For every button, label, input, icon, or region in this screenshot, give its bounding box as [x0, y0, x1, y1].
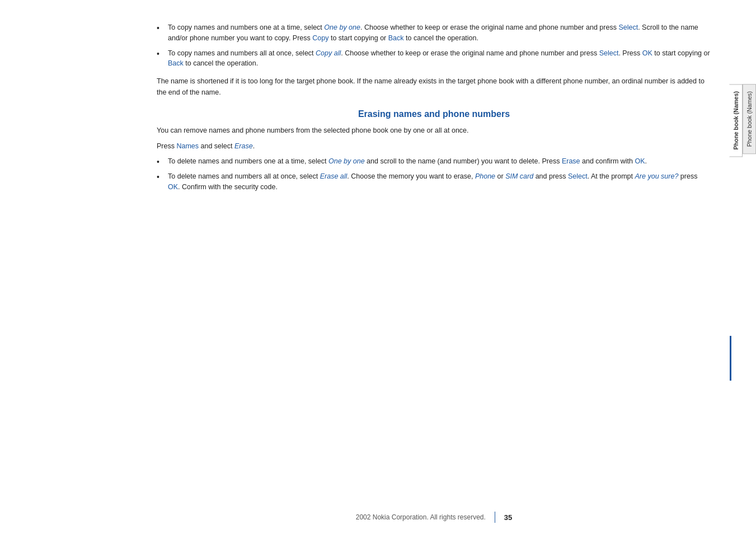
link-ok-1[interactable]: OK [642, 49, 652, 57]
b4-text3: or [495, 172, 505, 180]
bullet-2-text1: To copy names and numbers all at once, s… [168, 49, 316, 57]
footer-page-number: 35 [504, 513, 512, 522]
link-erase[interactable]: Erase [234, 142, 253, 150]
bullet-list-1: To copy names and numbers one at a time,… [157, 22, 711, 69]
bullet-item-1: To copy names and numbers one at a time,… [157, 22, 711, 44]
bullet-2-text4: to start copying or [652, 49, 710, 57]
press-text-after: and select [199, 142, 234, 150]
link-back-2[interactable]: Back [168, 59, 184, 67]
link-erase-2[interactable]: Erase [562, 157, 580, 165]
press-names-text: Press Names and select Erase. [157, 140, 711, 152]
tabs-container: Phone book (Names) Phone book (Names) [729, 84, 756, 157]
bullet-2-text2: . Choose whether to keep or erase the or… [341, 49, 599, 57]
tab-phone-book-names-1[interactable]: Phone book (Names) [729, 84, 743, 157]
link-erase-all[interactable]: Erase all [320, 172, 348, 180]
bullet-item-2: To copy names and numbers all at once, s… [157, 48, 711, 69]
footer: 2002 Nokia Corporation. All rights reser… [145, 512, 722, 523]
link-sim-card[interactable]: SIM card [505, 172, 533, 180]
link-copy[interactable]: Copy [312, 34, 328, 42]
link-select-3[interactable]: Select [568, 172, 588, 180]
link-ok-3[interactable]: OK [168, 183, 178, 191]
b4-text6: press [678, 172, 697, 180]
link-select-1[interactable]: Select [618, 24, 638, 31]
b4-text5: . At the prompt [588, 172, 635, 180]
tab-group-2: Phone book (Names) [743, 84, 756, 154]
b3-text4: . [645, 157, 647, 165]
note-text: The name is shortened if it is too long … [157, 76, 711, 98]
intro-text: You can remove names and phone numbers f… [157, 125, 711, 136]
link-select-2[interactable]: Select [599, 49, 619, 57]
page-container: To copy names and numbers one at a time,… [0, 0, 756, 534]
b4-text1: To delete names and numbers all at once,… [168, 172, 320, 180]
tab-group-1: Phone book (Names) [729, 84, 743, 157]
link-ok-2[interactable]: OK [635, 157, 645, 165]
press-text-end: . [253, 142, 255, 150]
section-heading: Erasing names and phone numbers [157, 109, 711, 119]
tab-phone-book-names-2[interactable]: Phone book (Names) [743, 84, 756, 154]
footer-copyright: 2002 Nokia Corporation. All rights reser… [356, 513, 486, 521]
link-are-you-sure[interactable]: Are you sure? [635, 172, 679, 180]
footer-divider [495, 512, 495, 523]
bullet-1-text4: to start copying or [328, 34, 388, 42]
b3-text2: and scroll to the name (and number) you … [365, 157, 562, 165]
b3-text3: and confirm with [580, 157, 635, 165]
link-copy-all[interactable]: Copy all [316, 49, 341, 57]
link-phone[interactable]: Phone [475, 172, 495, 180]
b4-text4: and press [533, 172, 568, 180]
link-back-1[interactable]: Back [388, 34, 404, 42]
bullet-2-text5: to cancel the operation. [184, 59, 258, 67]
press-text-before: Press [157, 142, 176, 150]
bullet-1-text5: to cancel the operation. [404, 34, 478, 42]
bullet-item-4: To delete names and numbers all at once,… [157, 171, 711, 193]
bullet-item-3: To delete names and numbers one at a tim… [157, 156, 711, 167]
bullet-1-text1: To copy names and numbers one at a time,… [168, 24, 324, 31]
b3-text1: To delete names and numbers one at a tim… [168, 157, 328, 165]
b4-text7: . Confirm with the security code. [178, 183, 278, 191]
link-one-by-one-2[interactable]: One by one [328, 157, 365, 165]
main-content: To copy names and numbers one at a time,… [145, 22, 722, 500]
link-one-by-one[interactable]: One by one [324, 24, 360, 31]
bullet-2-text3: . Press [618, 49, 642, 57]
bullet-list-2: To delete names and numbers one at a tim… [157, 156, 711, 192]
link-names[interactable]: Names [176, 142, 199, 150]
b4-text2: . Choose the memory you want to erase, [347, 172, 475, 180]
blue-bar [730, 336, 731, 381]
bullet-1-text2: . Choose whether to keep or erase the or… [360, 24, 618, 31]
